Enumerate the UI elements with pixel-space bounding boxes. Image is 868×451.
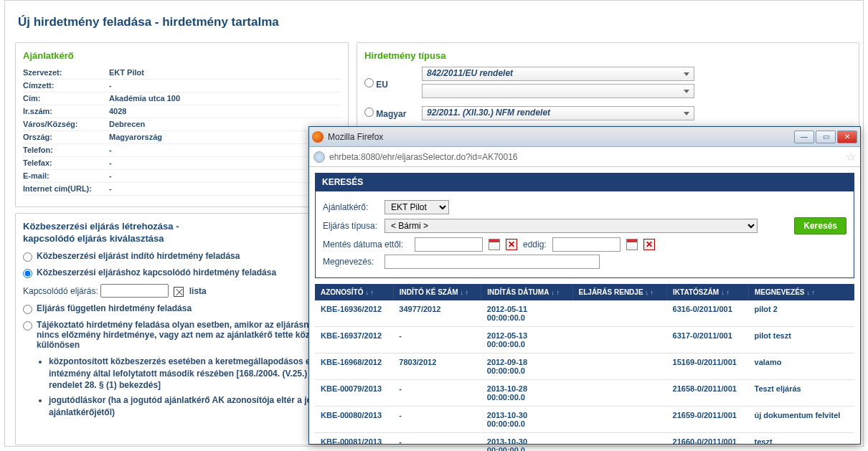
radio-opt3[interactable] (23, 305, 32, 314)
th-eljaras-rendje[interactable]: ELJÁRÁS RENDJE↓ ↑ (572, 284, 667, 300)
panel-hirdetmeny-tipusa: Hirdetmény típusa EU 842/2011/EU rendele… (357, 42, 859, 130)
cell-ke: 7803/2012 (393, 353, 481, 380)
cell-date: 2013-10-2800:00:00.0 (481, 380, 572, 407)
cell-meg: pilot teszt (749, 327, 854, 353)
v-orszag: Magyarország (109, 131, 341, 144)
cell-date: 2013-10-3000:00:00.0 (481, 433, 572, 452)
k-email: E-mail: (23, 170, 109, 183)
cell-id: KBE-16937/2012 (315, 327, 393, 353)
k-telefax: Telefax: (23, 157, 109, 170)
clear-date-to-icon[interactable]: ✕ (643, 239, 655, 250)
panel-title-ajanlatkero: Ajánlatkérő (23, 50, 341, 61)
k-orszag: Ország: (23, 131, 109, 144)
k-irszam: Ir.szám: (23, 105, 109, 118)
panel-procedure: Közbeszerzési eljárás létrehozása -kapcs… (15, 213, 349, 445)
v-url: - (109, 183, 341, 196)
search-header: KERESÉS (315, 173, 854, 191)
cell-iktato: 6316-0/2011/001 (667, 300, 749, 327)
cell-date: 2012-05-1300:00:00.0 (481, 327, 572, 353)
panel-title-procedure: Közbeszerzési eljárás létrehozása -kapcs… (23, 221, 341, 245)
panel-ajanlatkero: Ajánlatkérő Szervezet:EKT Pilot Címzett:… (15, 42, 349, 207)
cell-rend (572, 327, 667, 353)
cell-id: KBE-00081/2013 (315, 433, 393, 452)
cell-rend (572, 300, 667, 327)
input-date-from[interactable] (415, 237, 483, 252)
th-megnevezes[interactable]: MEGNEVEZÉS↓ ↑ (749, 284, 854, 300)
k-varos: Város/Község: (23, 118, 109, 131)
search-button[interactable]: Keresés (794, 217, 846, 234)
calendar-to-icon[interactable] (626, 239, 638, 250)
v-cimzett: - (109, 80, 341, 92)
input-date-to[interactable] (552, 237, 621, 252)
popup-window: Mozilla Firefox — ▭ ✕ ehrbeta:8080/ehr/e… (308, 126, 861, 445)
cell-ke: 34977/2012 (393, 300, 481, 327)
link-lista[interactable]: lista (189, 286, 207, 296)
input-megnevezes[interactable] (385, 255, 600, 269)
label-date-to: eddig: (523, 239, 547, 250)
th-indito-ke[interactable]: INDÍTÓ KÉ SZÁM↓ ↑ (393, 284, 481, 300)
label-opt2: Közbeszerzési eljáráshoz kapcsolódó hird… (37, 267, 276, 277)
th-iktatoszam[interactable]: IKTATÓSZÁM↓ ↑ (667, 284, 749, 300)
k-cimzett: Címzett: (23, 80, 109, 92)
label-date-from: Mentés dátuma ettől: (323, 239, 409, 250)
cell-iktato: 21659-0/2011/001 (667, 407, 749, 433)
cell-rend (572, 380, 667, 407)
dropdown-eu-sub[interactable] (422, 84, 694, 98)
radio-opt4[interactable] (23, 321, 32, 331)
cell-rend (572, 407, 667, 433)
cell-date: 2013-10-3000:00:00.0 (481, 407, 572, 433)
table-row[interactable]: KBE-00079/2013-2013-10-2800:00:00.021658… (315, 380, 854, 407)
calendar-from-icon[interactable] (489, 239, 500, 250)
firefox-icon (312, 131, 324, 143)
table-row[interactable]: KBE-16937/2012-2012-05-1300:00:00.06317-… (315, 327, 854, 353)
titlebar[interactable]: Mozilla Firefox — ▭ ✕ (309, 127, 860, 147)
cell-iktato: 6317-0/2011/001 (667, 327, 749, 353)
close-button[interactable]: ✕ (837, 130, 857, 143)
label-eljaras-tipusa: Eljárás típusa: (323, 221, 379, 231)
window-title: Mozilla Firefox (328, 132, 794, 142)
cell-id: KBE-16968/2012 (315, 353, 393, 380)
radio-opt2[interactable] (23, 269, 32, 278)
k-telefon: Telefon: (23, 144, 109, 157)
cell-ke: - (393, 407, 481, 433)
bullet2: jogutódláskor (ha a jogutód ajánlatkérő … (49, 394, 341, 419)
dropdown-eu-rendelet[interactable]: 842/2011/EU rendelet (422, 67, 694, 81)
address-bar[interactable]: ehrbeta:8080/ehr/eljarasSelector.do?id=A… (309, 147, 860, 167)
th-azonosito[interactable]: AZONOSÍTÓ↓ ↑ (315, 284, 393, 300)
input-kapcsolodo[interactable] (100, 284, 169, 298)
radio-opt1[interactable] (23, 252, 32, 262)
table-row[interactable]: KBE-00080/2013-2013-10-3000:00:00.021659… (315, 407, 854, 433)
cell-id: KBE-16936/2012 (315, 300, 393, 327)
bullet1: központosított közbeszerzés esetében a k… (49, 356, 341, 391)
label-magyar: Magyar (376, 109, 406, 119)
page-title: Új hirdetmény feladása - hirdetmény tart… (18, 15, 854, 29)
address-table: Szervezet:EKT Pilot Címzett:- Cím:Akadém… (23, 67, 341, 196)
cell-meg: Teszt eljárás (749, 380, 854, 407)
results-table: AZONOSÍTÓ↓ ↑ INDÍTÓ KÉ SZÁM↓ ↑ INDÍTÁS D… (315, 284, 854, 451)
th-inditas-datuma[interactable]: INDÍTÁS DÁTUMA↓ ↑ (481, 284, 572, 300)
label-opt4: Tájékoztató hirdetmény feladása olyan es… (37, 320, 341, 350)
cell-id: KBE-00079/2013 (315, 380, 393, 407)
table-row[interactable]: KBE-16968/20127803/20122012-09-1800:00:0… (315, 353, 854, 380)
bookmark-icon[interactable]: ☆ (846, 150, 856, 163)
radio-eu[interactable] (364, 78, 374, 87)
minimize-button[interactable]: — (794, 130, 814, 143)
dropdown-magyar-rendelet[interactable]: 92/2011. (XII.30.) NFM rendelet (422, 106, 694, 120)
k-url: Internet cím(URL): (23, 183, 109, 196)
clear-date-from-icon[interactable]: ✕ (506, 239, 517, 250)
radio-magyar[interactable] (364, 108, 374, 117)
table-row[interactable]: KBE-00081/2013-2013-10-3000:00:00.021660… (315, 433, 854, 452)
maximize-button[interactable]: ▭ (816, 130, 836, 143)
select-eljaras-tipusa[interactable]: < Bármi > (385, 219, 758, 233)
label-eu: EU (376, 80, 388, 90)
table-row[interactable]: KBE-16936/201234977/20122012-05-1100:00:… (315, 300, 854, 327)
cell-iktato: 15169-0/2011/001 (667, 353, 749, 380)
cell-id: KBE-00080/2013 (315, 407, 393, 433)
cell-rend (572, 433, 667, 452)
v-telefax: - (109, 157, 341, 170)
select-ajanlatkero[interactable]: EKT Pilot (385, 200, 449, 214)
cell-meg: valamo (749, 353, 854, 380)
cell-meg: teszt (749, 433, 854, 452)
clear-icon[interactable] (174, 287, 184, 297)
kapcsolodo-row: Kapcsolódó eljárás: lista (23, 284, 341, 298)
